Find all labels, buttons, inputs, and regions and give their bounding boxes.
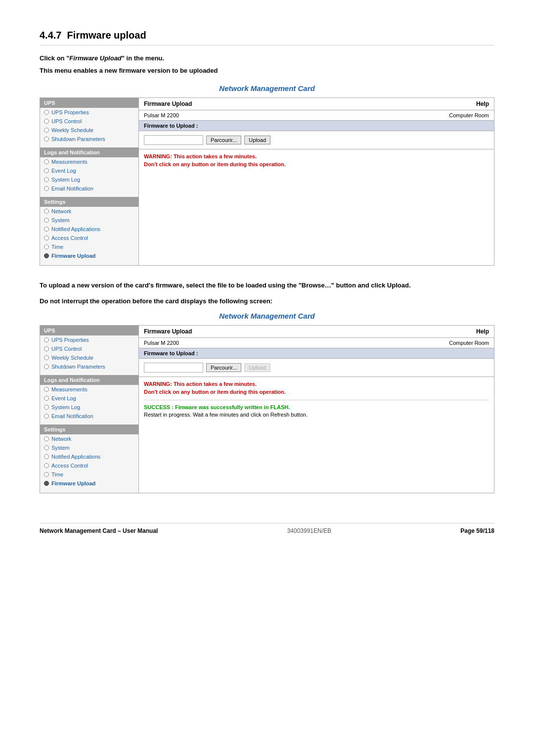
sidebar-ups-header-2: UPS	[40, 326, 138, 335]
sidebar-item-notified-apps-1[interactable]: Notified Applications	[40, 225, 138, 234]
file-input-1[interactable]	[144, 135, 203, 145]
nmc-title-1: Network Management Card	[40, 84, 494, 93]
main-title-2: Firmware Upload	[144, 328, 192, 335]
main-help-2[interactable]: Help	[476, 328, 489, 335]
sidebar-logs-header-1: Logs and Notification	[40, 147, 138, 157]
firmware-upload-row-2: Parcourir... Upload	[139, 359, 494, 377]
sidebar-item-system-log-2[interactable]: System Log	[40, 403, 138, 412]
upload-button-1[interactable]: Upload	[244, 136, 270, 144]
sidebar-logs-header-2: Logs and Notification	[40, 375, 138, 385]
device-row-1: Pulsar M 2200 Computer Room	[139, 110, 494, 121]
file-input-2[interactable]	[144, 363, 203, 373]
sidebar-item-email-notif-1[interactable]: Email Notification	[40, 184, 138, 193]
warning-section-1: WARNING: This action takes a few minutes…	[139, 149, 494, 171]
success-subtext: Restart in progress. Wait a few minutes …	[144, 412, 489, 418]
device-row-2: Pulsar M 2200 Computer Room	[139, 338, 494, 348]
sidebar-item-weekly-schedule-1[interactable]: Weekly Schedule	[40, 126, 138, 135]
sidebar-item-access-control-2[interactable]: Access Control	[40, 461, 138, 470]
browse-button-1[interactable]: Parcourir...	[206, 136, 241, 144]
warning-section-2: WARNING: This action takes a few minutes…	[139, 377, 494, 422]
main-title-1: Firmware Upload	[144, 100, 192, 107]
firmware-upload-row-1: Parcourir... Upload	[139, 131, 494, 149]
sidebar-item-system-log-1[interactable]: System Log	[40, 175, 138, 184]
instruction-1: Click on "Firmware Upload" in the menu.	[40, 54, 494, 62]
sidebar-2: UPS UPS Properties UPS Control Weekly Sc…	[40, 326, 139, 493]
sidebar-item-event-log-2[interactable]: Event Log	[40, 394, 138, 403]
browse-button-2[interactable]: Parcourir...	[206, 363, 241, 372]
main-header-1: Firmware Upload Help	[139, 98, 494, 110]
nmc-title-2: Network Management Card	[40, 312, 494, 320]
footer-center: 34003991EN/EB	[287, 527, 331, 534]
nmc-panel-2: UPS UPS Properties UPS Control Weekly Sc…	[40, 325, 494, 493]
sidebar-item-network-1[interactable]: Network	[40, 207, 138, 216]
main-header-2: Firmware Upload Help	[139, 326, 494, 338]
sidebar-item-access-control-1[interactable]: Access Control	[40, 234, 138, 242]
main-content-1: Firmware Upload Help Pulsar M 2200 Compu…	[139, 98, 494, 265]
sidebar-settings-header-2: Settings	[40, 425, 138, 434]
section-title: 4.4.7 Firmware upload	[40, 30, 494, 46]
firmware-bar-1: Firmware to Upload :	[139, 121, 494, 131]
warning-subtext-1: Don't click on any button or item during…	[144, 161, 489, 167]
main-content-2: Firmware Upload Help Pulsar M 2200 Compu…	[139, 326, 494, 493]
sidebar-item-notified-apps-2[interactable]: Notified Applications	[40, 452, 138, 461]
success-text: SUCCESS : Fimware was successfully writt…	[144, 404, 489, 410]
sidebar-item-ups-properties-1[interactable]: UPS Properties	[40, 108, 138, 117]
sidebar-item-firmware-upload-1[interactable]: Firmware Upload	[40, 251, 138, 260]
warning-subtext-2: Don't click on any button or item during…	[144, 389, 489, 395]
sidebar-item-ups-properties-2[interactable]: UPS Properties	[40, 335, 138, 344]
footer-right: Page 59/118	[460, 527, 494, 534]
footer: Network Management Card – User Manual 34…	[40, 523, 494, 534]
upload-button-2: Upload	[244, 363, 270, 372]
main-help-1[interactable]: Help	[476, 100, 489, 107]
sidebar-item-email-notif-2[interactable]: Email Notification	[40, 412, 138, 421]
sidebar-item-ups-control-1[interactable]: UPS Control	[40, 117, 138, 126]
sidebar-settings-header-1: Settings	[40, 197, 138, 207]
sidebar-ups-header-1: UPS	[40, 98, 138, 108]
instruction-2: This menu enables a new firmware version…	[40, 67, 494, 74]
sidebar-item-time-1[interactable]: Time	[40, 242, 138, 251]
footer-left: Network Management Card – User Manual	[40, 527, 158, 534]
sidebar-item-system-1[interactable]: System	[40, 216, 138, 225]
body-text-1: To upload a new version of the card's fi…	[40, 281, 494, 290]
device-name-2: Pulsar M 2200	[144, 340, 179, 346]
sidebar-item-shutdown-params-1[interactable]: Shutdown Parameters	[40, 135, 138, 143]
sidebar-item-firmware-upload-2[interactable]: Firmware Upload	[40, 479, 138, 488]
warning-text-1: WARNING: This action takes a few minutes…	[144, 153, 489, 159]
device-location-2: Computer Room	[449, 340, 489, 346]
firmware-bar-2: Firmware to Upload :	[139, 348, 494, 359]
sidebar-item-event-log-1[interactable]: Event Log	[40, 166, 138, 175]
sidebar-item-ups-control-2[interactable]: UPS Control	[40, 344, 138, 353]
sidebar-item-measurements-2[interactable]: Measurements	[40, 385, 138, 394]
sidebar-item-system-2[interactable]: System	[40, 443, 138, 452]
sidebar-1: UPS UPS Properties UPS Control Weekly Sc…	[40, 98, 139, 265]
sidebar-item-weekly-schedule-2[interactable]: Weekly Schedule	[40, 353, 138, 362]
device-name-1: Pulsar M 2200	[144, 112, 179, 118]
warning-text-2: WARNING: This action takes a few minutes…	[144, 381, 489, 387]
nmc-panel-1: UPS UPS Properties UPS Control Weekly Sc…	[40, 97, 494, 266]
sidebar-item-shutdown-params-2[interactable]: Shutdown Parameters	[40, 362, 138, 371]
instruction-1-italic: Firmware Upload	[69, 54, 121, 62]
sidebar-item-network-2[interactable]: Network	[40, 434, 138, 443]
sidebar-item-measurements-1[interactable]: Measurements	[40, 157, 138, 166]
body-text-2: Do not interrupt the operation before th…	[40, 296, 494, 306]
sidebar-item-time-2[interactable]: Time	[40, 470, 138, 479]
device-location-1: Computer Room	[449, 112, 489, 118]
